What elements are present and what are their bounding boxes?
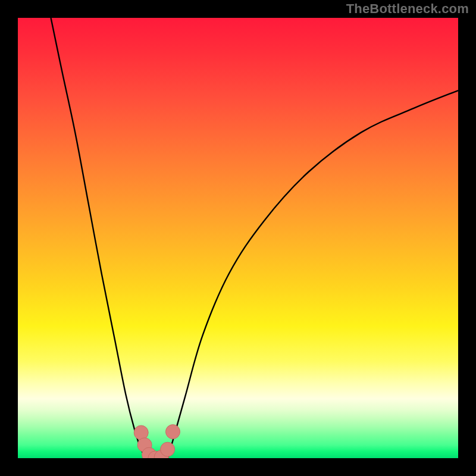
watermark-text: TheBottleneck.com xyxy=(346,1,469,17)
valley-marker xyxy=(134,425,148,440)
valley-marker xyxy=(165,425,180,439)
bottleneck-curve xyxy=(51,18,459,458)
plot-area xyxy=(18,18,458,458)
chart-svg xyxy=(18,18,458,458)
chart-frame: TheBottleneck.com xyxy=(0,0,476,476)
valley-marker xyxy=(161,442,175,456)
